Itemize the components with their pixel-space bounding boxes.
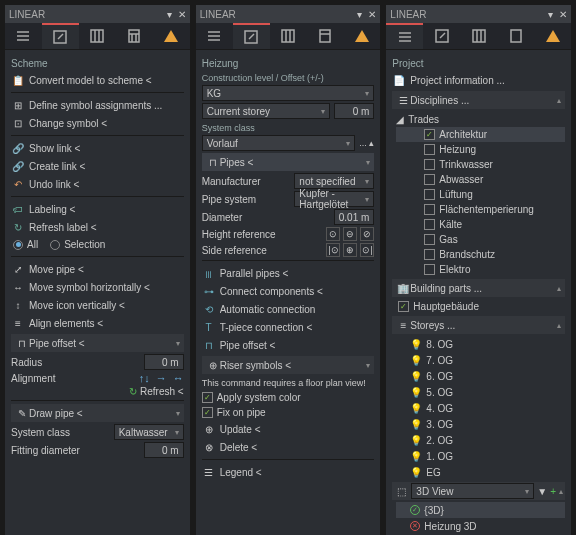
storeys-expander[interactable]: ≡Storeys ...: [392, 316, 565, 334]
align-right[interactable]: →: [156, 372, 167, 384]
href-3[interactable]: ⊘: [360, 227, 374, 241]
tab-menu[interactable]: [386, 23, 423, 49]
pipe-offset[interactable]: ⊓Pipe offset <: [202, 336, 375, 354]
building-expander[interactable]: 🏢Building parts ...: [392, 279, 565, 297]
labeling[interactable]: 🏷Labeling <: [11, 200, 184, 218]
trade-flächentemperierung[interactable]: Flächentemperierung: [396, 202, 565, 217]
tab-columns[interactable]: [460, 23, 497, 49]
riser-expander[interactable]: ⊕Riser symbols <: [202, 356, 375, 374]
undo-link[interactable]: ↶Undo link <: [11, 175, 184, 193]
section-scheme: Scheme: [11, 58, 184, 69]
trade-elektro[interactable]: Elektro: [396, 262, 565, 277]
tpiece-connection[interactable]: TT-piece connection <: [202, 318, 375, 336]
tab-columns[interactable]: [270, 23, 307, 49]
chk-applysys[interactable]: Apply system color: [202, 390, 375, 405]
refresh-label[interactable]: ↻Refresh label <: [11, 218, 184, 236]
convert-model[interactable]: 📋Convert model to scheme <: [11, 71, 184, 89]
tab-warn[interactable]: [153, 23, 190, 49]
project-info[interactable]: 📄Project information ...: [392, 71, 565, 89]
close-icon[interactable]: ✕: [559, 9, 567, 20]
align-up[interactable]: ↑↓: [139, 372, 150, 384]
sref-3[interactable]: ⊙|: [360, 243, 374, 257]
storey-item[interactable]: 💡2. OG: [396, 432, 565, 448]
radio-all[interactable]: All: [13, 239, 38, 250]
minimize-icon[interactable]: ▾: [167, 9, 172, 20]
create-link[interactable]: 🔗Create link <: [11, 157, 184, 175]
legend[interactable]: ☰Legend <: [202, 463, 375, 481]
close-icon[interactable]: ✕: [368, 9, 376, 20]
auto-connection[interactable]: ⟲Automatic connection: [202, 300, 375, 318]
sref-1[interactable]: |⊙: [326, 243, 340, 257]
minimize-icon[interactable]: ▾: [357, 9, 362, 20]
align-elements[interactable]: ≡Align elements <: [11, 314, 184, 332]
kg-dd[interactable]: KG: [202, 85, 375, 101]
disciplines-expander[interactable]: ☰Disciplines ...: [392, 91, 565, 109]
refresh-btn[interactable]: Refresh <: [140, 386, 184, 397]
diameter-val[interactable]: 0.01 m: [334, 209, 375, 225]
trade-gas[interactable]: Gas: [396, 232, 565, 247]
storey-item[interactable]: 💡4. OG: [396, 400, 565, 416]
sref-2[interactable]: ⊕: [343, 243, 357, 257]
tab-calc[interactable]: [497, 23, 534, 49]
radio-selection[interactable]: Selection: [50, 239, 105, 250]
define-symbol[interactable]: ⊞Define symbol assignments ...: [11, 96, 184, 114]
move-pipe[interactable]: ⤢Move pipe <: [11, 260, 184, 278]
expand-icon[interactable]: ... ▴: [359, 138, 374, 148]
tab-edit[interactable]: [233, 23, 270, 49]
tab-edit[interactable]: [42, 23, 79, 49]
draw-pipe-expander[interactable]: ✎Draw pipe <: [11, 404, 184, 422]
vorlauf-dd[interactable]: Vorlauf: [202, 135, 356, 151]
trade-abwasser[interactable]: Abwasser: [396, 172, 565, 187]
sysclass-dd[interactable]: Kaltwasser: [114, 424, 184, 440]
trade-architektur[interactable]: Architektur: [396, 127, 565, 142]
view-item[interactable]: ✕Heizung 3D: [396, 518, 565, 534]
trade-trinkwasser[interactable]: Trinkwasser: [396, 157, 565, 172]
tab-warn[interactable]: [534, 23, 571, 49]
tab-edit[interactable]: [423, 23, 460, 49]
trade-heizung[interactable]: Heizung: [396, 142, 565, 157]
curstorey-val[interactable]: 0 m: [334, 103, 374, 119]
href-1[interactable]: ⊙: [326, 227, 340, 241]
chk-fixon[interactable]: Fix on pipe: [202, 405, 375, 420]
tab-columns[interactable]: [79, 23, 116, 49]
minimize-icon[interactable]: ▾: [548, 9, 553, 20]
trades-node[interactable]: ◢Trades: [396, 111, 565, 127]
manuf-dd[interactable]: not specified: [294, 173, 374, 189]
trade-brandschutz[interactable]: Brandschutz: [396, 247, 565, 262]
href-2[interactable]: ⊖: [343, 227, 357, 241]
storey-item[interactable]: 💡3. OG: [396, 416, 565, 432]
storey-item[interactable]: 💡1. OG: [396, 448, 565, 464]
storey-item[interactable]: 💡8. OG: [396, 336, 565, 352]
align-both[interactable]: ↔: [173, 372, 184, 384]
add-icon[interactable]: +: [550, 486, 556, 497]
view-item[interactable]: ✓{3D}: [396, 502, 565, 518]
trade-kälte[interactable]: Kälte: [396, 217, 565, 232]
storey-item[interactable]: 💡7. OG: [396, 352, 565, 368]
parallel-pipes[interactable]: ⫼Parallel pipes <: [202, 264, 375, 282]
close-icon[interactable]: ✕: [178, 9, 186, 20]
show-link[interactable]: 🔗Show link <: [11, 139, 184, 157]
trade-lüftung[interactable]: Lüftung: [396, 187, 565, 202]
move-symbol-h[interactable]: ↔Move symbol horizontally <: [11, 278, 184, 296]
tab-calc[interactable]: [306, 23, 343, 49]
view3d-dd[interactable]: 3D View: [411, 483, 534, 499]
tab-menu[interactable]: [196, 23, 233, 49]
radius-label: Radius: [11, 357, 140, 368]
pipes-expander[interactable]: ⊓Pipes <: [202, 153, 375, 171]
fitdia-value[interactable]: 0 m: [144, 442, 184, 458]
storey-item[interactable]: 💡6. OG: [396, 368, 565, 384]
pipesys-dd[interactable]: Kupfer - Hartgelötet: [294, 191, 374, 207]
tab-calc[interactable]: [116, 23, 153, 49]
connect-components[interactable]: ⊶Connect components <: [202, 282, 375, 300]
storey-item[interactable]: 💡5. OG: [396, 384, 565, 400]
storey-item[interactable]: 💡EG: [396, 464, 565, 480]
radius-value[interactable]: 0 m: [144, 354, 184, 370]
chk-haupt[interactable]: Hauptgebäude: [392, 299, 565, 314]
change-symbol[interactable]: ⊡Change symbol <: [11, 114, 184, 132]
tab-menu[interactable]: [5, 23, 42, 49]
pipe-offset-expander[interactable]: ⊓Pipe offset <: [11, 334, 184, 352]
filter-icon[interactable]: ▼: [537, 486, 547, 497]
move-icon-v[interactable]: ↕Move icon vertically <: [11, 296, 184, 314]
curstorey-dd[interactable]: Current storey: [202, 103, 331, 119]
tab-warn[interactable]: [343, 23, 380, 49]
